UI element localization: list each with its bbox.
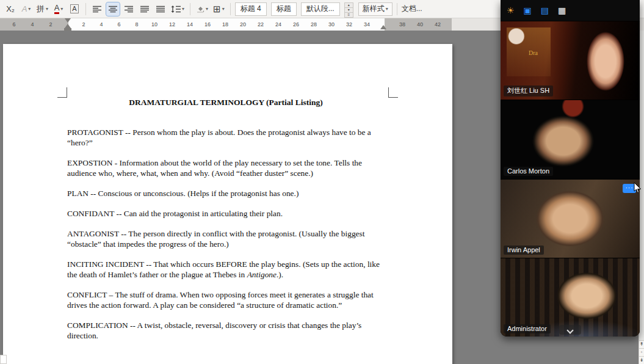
- ruler-number: 26: [291, 21, 301, 27]
- participant-tile[interactable]: Dra刘世红 Liu SH: [501, 21, 640, 100]
- ruler-number: 20: [238, 21, 248, 27]
- panel-topbar: ☀▣▤▦: [501, 0, 640, 21]
- slide-overlay-text: Dra: [529, 49, 538, 56]
- style-gallery-scroll: ▴ ▾ ≡: [344, 2, 353, 16]
- document-paragraph: CONFIDANT -- Can aid the protagonist in …: [67, 208, 385, 219]
- chevron-down-icon: [566, 327, 573, 333]
- distribute-button[interactable]: [154, 2, 167, 16]
- participant-name: Administrator: [504, 324, 551, 333]
- distribute-icon: [156, 5, 165, 13]
- new-style-button[interactable]: 新样式▾: [358, 2, 393, 16]
- shading-bucket-icon: [196, 5, 204, 13]
- gallery-view-icon[interactable]: ▤: [541, 6, 549, 15]
- margin-crop-mark-left: [57, 87, 67, 98]
- chevron-down-icon: ▾: [28, 6, 31, 12]
- margin-crop-mark-right: [388, 87, 398, 98]
- align-left-icon: [93, 5, 101, 13]
- ruler-number: 4: [27, 21, 37, 27]
- browse-previous-icon[interactable]: ↟: [639, 340, 644, 348]
- toolbar-separator: [230, 3, 231, 15]
- chevron-down-icon: ▾: [182, 6, 184, 12]
- participant-tile[interactable]: Carlos Morton: [501, 100, 640, 178]
- character-border-icon: A: [70, 4, 78, 13]
- borders-icon: ⊞: [213, 4, 221, 15]
- gallery-scroll-down-icon[interactable]: ▾: [344, 8, 353, 13]
- participant-tile[interactable]: Irwin Appel···: [501, 179, 640, 258]
- ruler-number: 24: [273, 21, 283, 27]
- ruler-number: 8: [132, 21, 142, 27]
- toolbar-separator: [397, 3, 397, 15]
- ruler-number: 38: [397, 21, 407, 27]
- document-paragraph: EXPOSTION - Information about the world …: [67, 158, 385, 178]
- document-paragraph: COMPLICATION -- A twist, obstacle, rever…: [67, 320, 385, 341]
- font-color-button[interactable]: A▾: [52, 2, 65, 16]
- speaker-view-icon[interactable]: ▣: [524, 6, 532, 15]
- participant-name: 刘世红 Liu SH: [504, 86, 553, 96]
- align-right-icon: [125, 5, 133, 13]
- document-paragraph: PLAN -- Conscious or unconscious. (Helps…: [67, 188, 385, 198]
- align-center-icon: [109, 5, 117, 13]
- ruler-number: 6: [9, 21, 19, 27]
- subscript-icon: X₂: [6, 4, 15, 13]
- mouse-cursor: [634, 182, 642, 194]
- font-icon: A: [22, 4, 27, 13]
- chevron-down-icon: ▾: [386, 6, 388, 12]
- participant-name: Irwin Appel: [504, 246, 544, 255]
- borders-button[interactable]: ⊞▾: [212, 2, 226, 16]
- ruler-number: 34: [362, 21, 372, 27]
- horizontal-scroll-stub[interactable]: [0, 355, 7, 364]
- ruler-number: 12: [167, 21, 177, 27]
- clear-format-button[interactable]: A▾: [20, 2, 33, 16]
- ruler-number: 14: [185, 21, 195, 27]
- ruler-number: 2: [79, 21, 89, 27]
- grid-view-icon[interactable]: ▦: [558, 6, 566, 15]
- ruler-number: 4: [96, 21, 106, 27]
- character-border-button[interactable]: A: [68, 2, 81, 16]
- align-left-button[interactable]: [90, 2, 104, 16]
- document-paragraph: INCITING INCIDENT -- That which occurs B…: [67, 259, 385, 280]
- video-tiles: Dra刘世红 Liu SHCarlos MortonIrwin Appel···…: [501, 21, 640, 337]
- ruler-number: 28: [309, 21, 319, 27]
- chevron-down-icon: ▾: [206, 6, 208, 12]
- ruler-number: 18: [220, 21, 230, 27]
- phonetic-icon: 拼: [37, 4, 45, 15]
- hanging-indent-marker[interactable]: [65, 21, 71, 28]
- style-gallery-item-1[interactable]: 标题 4: [235, 2, 267, 16]
- justify-button[interactable]: [138, 2, 151, 16]
- ruler[interactable]: 642246810121416182022242628303234384042: [0, 18, 452, 31]
- panel-logo-icon[interactable]: ☀: [507, 6, 515, 15]
- document-title: DRAMATURGIAL TERMINOLOGY (Partial Listin…: [67, 98, 385, 107]
- subscript-button[interactable]: X₂: [4, 2, 17, 16]
- align-center-button[interactable]: [106, 2, 120, 16]
- style-gallery-item-3[interactable]: 默认段...: [301, 2, 340, 16]
- justify-icon: [140, 5, 149, 13]
- chevron-down-icon: ▾: [60, 6, 63, 12]
- browse-object-icon[interactable]: ◦: [639, 348, 644, 356]
- document-tools-label[interactable]: 文档...: [402, 4, 422, 14]
- ruler-number: 40: [415, 21, 425, 27]
- collapse-panel-button[interactable]: [559, 325, 581, 335]
- phonetic-guide-button[interactable]: 拼▾: [35, 2, 49, 16]
- style-gallery-item-2[interactable]: 标题: [271, 2, 297, 16]
- chevron-down-icon: ▾: [222, 6, 225, 12]
- left-indent-marker[interactable]: [64, 28, 71, 31]
- font-color-icon: A: [54, 4, 60, 14]
- ruler-number: 10: [150, 21, 159, 27]
- gallery-scroll-up-icon[interactable]: ▴: [344, 2, 353, 8]
- line-spacing-icon: [171, 5, 181, 13]
- ruler-number: 6: [114, 21, 124, 27]
- ruler-number: 16: [203, 21, 212, 27]
- browse-buttons: ↟◦↡: [639, 340, 644, 364]
- browse-next-icon[interactable]: ↡: [639, 356, 644, 364]
- document-page[interactable]: DRAMATURGIAL TERMINOLOGY (Partial Listin…: [3, 44, 452, 364]
- ruler-number: 30: [327, 21, 336, 27]
- align-right-button[interactable]: [122, 2, 136, 16]
- chevron-down-icon: ▾: [46, 6, 48, 12]
- line-spacing-button[interactable]: ▾: [170, 2, 186, 16]
- right-indent-marker[interactable]: [380, 22, 386, 29]
- toolbar-separator: [85, 3, 86, 15]
- document-paragraph: ANTAGONIST -- The person directly in con…: [67, 228, 385, 249]
- toolbar-separator: [190, 3, 190, 15]
- gallery-more-icon[interactable]: ≡: [344, 13, 353, 18]
- shading-button[interactable]: ▾: [195, 2, 209, 16]
